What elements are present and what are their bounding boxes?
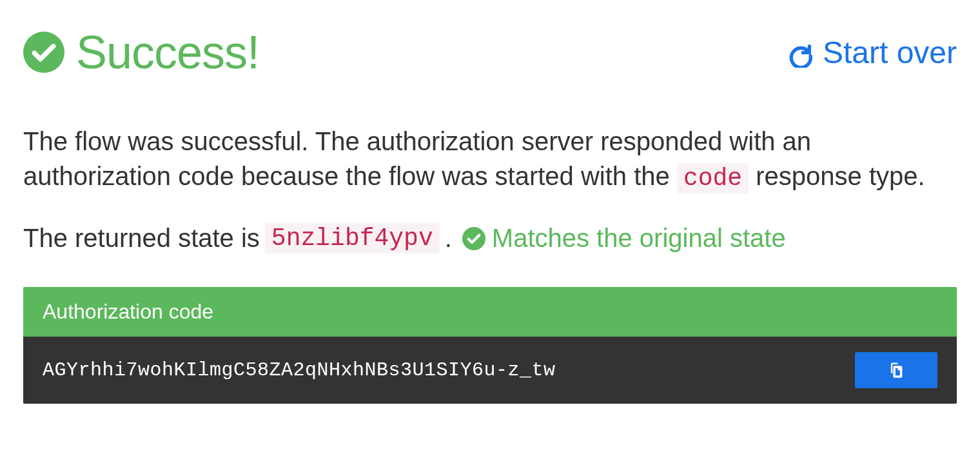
state-row: The returned state is 5nzlibf4ypv . Matc… (23, 223, 957, 253)
state-value: 5nzlibf4ypv (265, 223, 440, 253)
code-response-type: code (677, 163, 749, 193)
description-after: response type. (756, 162, 925, 190)
success-heading: Success! (23, 26, 259, 79)
state-match-message: Matches the original state (492, 224, 786, 253)
authorization-code-block: Authorization code AGYrhhi7wohKIlmgC58ZA… (23, 287, 957, 404)
check-circle-icon (462, 227, 485, 250)
authorization-code-value: AGYrhhi7wohKIlmgC58ZA2qNHxhNBs3U1SIY6u-z… (43, 359, 556, 381)
state-period: . (445, 224, 452, 253)
authorization-code-header: Authorization code (23, 287, 957, 337)
copy-button[interactable] (855, 352, 937, 388)
success-title: Success! (76, 26, 259, 79)
refresh-icon (788, 39, 814, 65)
state-match-badge: Matches the original state (462, 224, 786, 253)
svg-point-0 (23, 32, 64, 73)
start-over-label: Start over (823, 35, 957, 70)
check-circle-icon (23, 32, 64, 73)
state-label-prefix: The returned state is (23, 224, 260, 253)
copy-icon (887, 360, 905, 380)
description-paragraph: The flow was successful. The authorizati… (23, 124, 957, 195)
svg-point-1 (462, 227, 485, 250)
authorization-code-body: AGYrhhi7wohKIlmgC58ZA2qNHxhNBs3U1SIY6u-z… (23, 337, 957, 404)
start-over-link[interactable]: Start over (788, 35, 957, 70)
header-row: Success! Start over (23, 26, 957, 79)
